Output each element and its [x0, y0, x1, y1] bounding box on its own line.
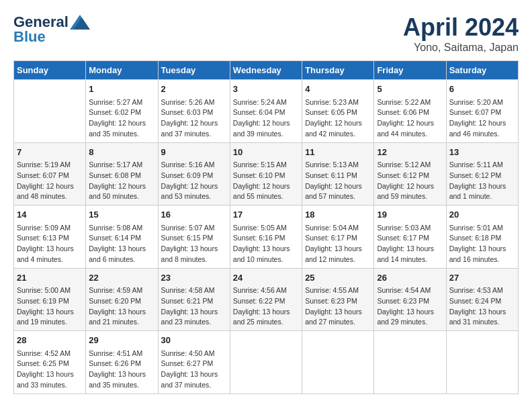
day-number: 5: [377, 83, 443, 96]
day-number: 23: [161, 271, 227, 285]
calendar-cell: 16Sunrise: 5:07 AM Sunset: 6:15 PM Dayli…: [158, 205, 230, 269]
calendar-cell: 25Sunrise: 4:55 AM Sunset: 6:23 PM Dayli…: [302, 268, 374, 331]
day-info: Sunrise: 5:26 AM Sunset: 6:03 PM Dayligh…: [161, 97, 227, 140]
day-info: Sunrise: 4:54 AM Sunset: 6:23 PM Dayligh…: [377, 285, 443, 328]
day-number: 6: [449, 83, 515, 96]
calendar-cell: 6Sunrise: 5:20 AM Sunset: 6:07 PM Daylig…: [446, 80, 518, 143]
day-number: 14: [17, 208, 83, 222]
calendar-header-row: SundayMondayTuesdayWednesdayThursdayFrid…: [14, 61, 519, 80]
day-number: 10: [233, 146, 299, 159]
day-info: Sunrise: 5:20 AM Sunset: 6:07 PM Dayligh…: [449, 97, 515, 140]
day-number: 7: [17, 146, 83, 159]
day-info: Sunrise: 4:56 AM Sunset: 6:22 PM Dayligh…: [233, 285, 299, 328]
calendar-cell: 12Sunrise: 5:12 AM Sunset: 6:12 PM Dayli…: [374, 142, 446, 205]
calendar-week-row: 7Sunrise: 5:19 AM Sunset: 6:07 PM Daylig…: [14, 142, 519, 205]
calendar-cell: 8Sunrise: 5:17 AM Sunset: 6:08 PM Daylig…: [86, 142, 158, 205]
day-number: 21: [17, 271, 83, 285]
day-info: Sunrise: 5:13 AM Sunset: 6:11 PM Dayligh…: [305, 160, 371, 202]
weekday-header-friday: Friday: [374, 61, 446, 80]
page-title: April 2024: [403, 13, 519, 42]
day-number: 15: [89, 208, 154, 222]
day-info: Sunrise: 5:22 AM Sunset: 6:06 PM Dayligh…: [377, 97, 443, 140]
day-info: Sunrise: 4:58 AM Sunset: 6:21 PM Dayligh…: [161, 285, 227, 328]
day-info: Sunrise: 4:59 AM Sunset: 6:20 PM Dayligh…: [89, 285, 154, 328]
day-number: 12: [377, 146, 443, 159]
calendar-week-row: 28Sunrise: 4:52 AM Sunset: 6:25 PM Dayli…: [14, 331, 519, 394]
logo: General Blue: [13, 13, 90, 46]
day-number: 28: [17, 334, 83, 347]
day-number: 13: [449, 146, 515, 159]
page-subtitle: Yono, Saitama, Japan: [403, 42, 519, 54]
weekday-header-sunday: Sunday: [14, 61, 86, 80]
day-number: 9: [161, 146, 227, 159]
calendar-cell: 21Sunrise: 5:00 AM Sunset: 6:19 PM Dayli…: [14, 268, 86, 331]
day-number: 16: [161, 208, 227, 222]
day-number: 30: [161, 334, 227, 347]
weekday-header-monday: Monday: [86, 61, 158, 80]
calendar-cell: 29Sunrise: 4:51 AM Sunset: 6:26 PM Dayli…: [86, 331, 158, 394]
calendar-cell: 17Sunrise: 5:05 AM Sunset: 6:16 PM Dayli…: [230, 205, 302, 269]
day-info: Sunrise: 5:09 AM Sunset: 6:13 PM Dayligh…: [17, 223, 83, 265]
day-info: Sunrise: 5:15 AM Sunset: 6:10 PM Dayligh…: [233, 160, 299, 202]
day-number: 25: [305, 271, 371, 285]
calendar-cell: 11Sunrise: 5:13 AM Sunset: 6:11 PM Dayli…: [302, 142, 374, 205]
day-info: Sunrise: 4:52 AM Sunset: 6:25 PM Dayligh…: [17, 349, 83, 391]
day-number: 18: [305, 208, 371, 222]
day-number: 17: [233, 208, 299, 222]
day-number: 4: [305, 83, 371, 96]
calendar-cell: 13Sunrise: 5:11 AM Sunset: 6:12 PM Dayli…: [446, 142, 518, 205]
weekday-header-wednesday: Wednesday: [230, 61, 302, 80]
weekday-header-saturday: Saturday: [446, 61, 518, 80]
day-number: 24: [233, 271, 299, 285]
calendar-cell: [14, 80, 86, 143]
day-info: Sunrise: 5:05 AM Sunset: 6:16 PM Dayligh…: [233, 223, 299, 265]
day-info: Sunrise: 5:27 AM Sunset: 6:02 PM Dayligh…: [89, 97, 154, 140]
day-info: Sunrise: 5:16 AM Sunset: 6:09 PM Dayligh…: [161, 160, 227, 202]
day-info: Sunrise: 5:08 AM Sunset: 6:14 PM Dayligh…: [89, 223, 154, 265]
day-info: Sunrise: 5:19 AM Sunset: 6:07 PM Dayligh…: [17, 160, 83, 202]
calendar-week-row: 1Sunrise: 5:27 AM Sunset: 6:02 PM Daylig…: [14, 80, 519, 143]
calendar-cell: 7Sunrise: 5:19 AM Sunset: 6:07 PM Daylig…: [14, 142, 86, 205]
calendar-cell: 2Sunrise: 5:26 AM Sunset: 6:03 PM Daylig…: [158, 80, 230, 143]
calendar-cell: [230, 331, 302, 394]
calendar-cell: [446, 331, 518, 394]
calendar-week-row: 14Sunrise: 5:09 AM Sunset: 6:13 PM Dayli…: [14, 205, 519, 269]
day-info: Sunrise: 4:53 AM Sunset: 6:24 PM Dayligh…: [449, 285, 515, 328]
day-info: Sunrise: 5:24 AM Sunset: 6:04 PM Dayligh…: [233, 97, 299, 140]
calendar-cell: 5Sunrise: 5:22 AM Sunset: 6:06 PM Daylig…: [374, 80, 446, 143]
weekday-header-tuesday: Tuesday: [158, 61, 230, 80]
day-info: Sunrise: 5:00 AM Sunset: 6:19 PM Dayligh…: [17, 285, 83, 328]
calendar-cell: 18Sunrise: 5:04 AM Sunset: 6:17 PM Dayli…: [302, 205, 374, 269]
calendar-cell: 15Sunrise: 5:08 AM Sunset: 6:14 PM Dayli…: [86, 205, 158, 269]
day-number: 11: [305, 146, 371, 159]
day-number: 22: [89, 271, 154, 285]
day-info: Sunrise: 5:17 AM Sunset: 6:08 PM Dayligh…: [89, 160, 154, 202]
day-number: 27: [449, 271, 515, 285]
calendar-cell: 24Sunrise: 4:56 AM Sunset: 6:22 PM Dayli…: [230, 268, 302, 331]
logo-blue: Blue: [13, 28, 46, 46]
calendar-cell: 4Sunrise: 5:23 AM Sunset: 6:05 PM Daylig…: [302, 80, 374, 143]
day-info: Sunrise: 5:12 AM Sunset: 6:12 PM Dayligh…: [377, 160, 443, 202]
day-number: 29: [89, 334, 154, 347]
day-info: Sunrise: 5:03 AM Sunset: 6:17 PM Dayligh…: [377, 223, 443, 265]
calendar-cell: 23Sunrise: 4:58 AM Sunset: 6:21 PM Dayli…: [158, 268, 230, 331]
title-block: April 2024 Yono, Saitama, Japan: [403, 13, 519, 54]
weekday-header-thursday: Thursday: [302, 61, 374, 80]
day-number: 2: [161, 83, 227, 96]
logo-icon: [70, 15, 90, 30]
calendar-cell: 3Sunrise: 5:24 AM Sunset: 6:04 PM Daylig…: [230, 80, 302, 143]
calendar-cell: 26Sunrise: 4:54 AM Sunset: 6:23 PM Dayli…: [374, 268, 446, 331]
day-info: Sunrise: 4:51 AM Sunset: 6:26 PM Dayligh…: [89, 349, 154, 391]
calendar-cell: 14Sunrise: 5:09 AM Sunset: 6:13 PM Dayli…: [14, 205, 86, 269]
day-number: 8: [89, 146, 154, 159]
day-info: Sunrise: 5:01 AM Sunset: 6:18 PM Dayligh…: [449, 223, 515, 265]
calendar-cell: [302, 331, 374, 394]
day-number: 20: [449, 208, 515, 222]
day-number: 19: [377, 208, 443, 222]
day-info: Sunrise: 5:11 AM Sunset: 6:12 PM Dayligh…: [449, 160, 515, 202]
day-number: 1: [89, 83, 154, 96]
page-header: General Blue April 2024 Yono, Saitama, J…: [13, 13, 519, 54]
calendar-cell: 22Sunrise: 4:59 AM Sunset: 6:20 PM Dayli…: [86, 268, 158, 331]
calendar-week-row: 21Sunrise: 5:00 AM Sunset: 6:19 PM Dayli…: [14, 268, 519, 331]
calendar-cell: 19Sunrise: 5:03 AM Sunset: 6:17 PM Dayli…: [374, 205, 446, 269]
